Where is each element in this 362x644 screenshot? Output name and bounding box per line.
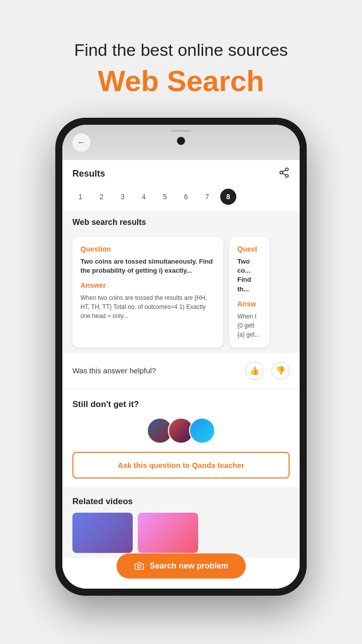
camera-icon [134,561,145,571]
video-thumb-2[interactable] [138,513,198,553]
cards-row: Question Two coins are tossed simultaneo… [62,232,300,352]
thumbs-up-button[interactable]: 👍 [245,362,263,380]
avatar-3 [189,418,215,444]
share-icon[interactable] [279,167,290,181]
card1-question-text: Two coins are tossed simultaneously. Fin… [80,257,215,275]
card2-question-text: Two co... Find th... [237,257,261,294]
page-6[interactable]: 6 [178,189,194,205]
page-1[interactable]: 1 [72,189,88,205]
page-7[interactable]: 7 [199,189,215,205]
phone-mockup: ← Results [55,118,307,596]
card2-question-label: Quest [237,245,261,253]
drag-indicator [171,130,191,132]
search-new-problem-button[interactable]: Search new problem [117,553,246,579]
thumbs-down-button[interactable]: 👎 [272,362,290,380]
screen-content: ← Results [62,125,300,589]
back-button[interactable]: ← [72,133,90,151]
camera-notch [177,137,185,145]
page-4[interactable]: 4 [136,189,152,205]
card2-answer-text: When t {0 gett {a} get... [237,312,261,339]
helpful-section: Was this answer helpful? 👍 👎 [62,352,300,389]
related-section: Related videos [62,487,300,558]
svg-point-5 [138,565,141,568]
page-8[interactable]: 8 [220,189,236,205]
bottom-bar: Search new problem [117,553,246,579]
page-numbers: 1 2 3 4 5 6 7 8 [62,186,300,211]
results-title: Results [72,169,105,179]
card2-answer-label: Answ [237,300,261,308]
result-card-2[interactable]: Quest Two co... Find th... Answ When t {… [229,237,269,347]
result-card-1[interactable]: Question Two coins are tossed simultaneo… [72,237,223,347]
still-section: Still don't get it? Ask this question to… [62,389,300,487]
page-2[interactable]: 2 [94,189,110,205]
results-header: Results [62,160,300,186]
svg-line-4 [283,170,286,172]
svg-line-3 [283,173,286,175]
helpful-text: Was this answer helpful? [72,366,156,375]
page-5[interactable]: 5 [157,189,173,205]
main-scroll: Results 1 2 3 [62,160,300,589]
related-title: Related videos [72,497,290,507]
card1-answer-label: Answer [80,281,215,289]
header-title: Web Search [20,64,342,98]
helpful-icons: 👍 👎 [245,362,290,380]
header-subtitle: Find the best online sources [20,40,342,60]
teacher-avatars [72,418,290,444]
phone-shell: ← Results [55,118,307,596]
card1-answer-text: When two coins are tossed the results ar… [80,293,215,320]
search-new-label: Search new problem [150,561,229,571]
card1-question-label: Question [80,245,215,253]
ask-teacher-button[interactable]: Ask this question to Qanda teacher [72,452,290,478]
phone-screen: ← Results [62,125,300,589]
video-row [72,513,290,553]
still-title: Still don't get it? [72,399,290,410]
page-3[interactable]: 3 [115,189,131,205]
video-thumb-1[interactable] [72,513,133,553]
web-search-label: Web search results [62,211,300,232]
header-section: Find the best online sources Web Search [0,0,362,113]
